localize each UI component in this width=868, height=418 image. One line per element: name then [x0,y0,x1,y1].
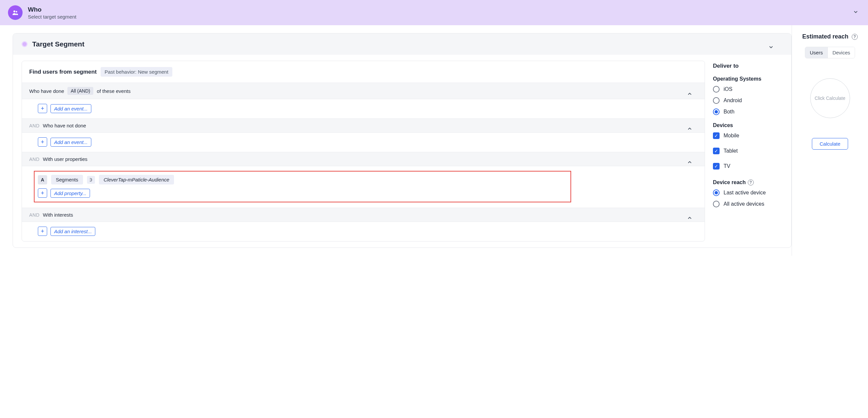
target-segment-card: Target Segment Find users from segment P… [12,33,792,248]
have-done-prefix: Who have done [29,88,64,94]
radio-checked-icon [713,189,719,196]
interests-label: With interests [43,212,73,218]
help-icon[interactable]: ? [748,179,754,185]
add-property-plus-button[interactable]: + [38,188,47,198]
os-option-ios[interactable]: iOS [713,86,783,93]
header-subtitle: Select target segment [28,14,76,20]
add-event-plus-button[interactable]: + [38,137,47,147]
reach-circle-placeholder: Click Calculate [810,78,850,118]
not-done-label: Who have not done [43,123,86,128]
and-label: AND [29,156,39,162]
os-option-label: Both [723,109,735,115]
checkbox-checked-icon: ✓ [713,148,719,154]
property-value-chip[interactable]: CleverTap-mPaticle-Audience [99,175,174,184]
radio-icon [713,97,719,104]
add-event-button[interactable]: Add an event... [51,138,91,147]
device-option-tv[interactable]: ✓ TV [713,163,783,170]
and-label: AND [29,123,39,128]
os-option-label: iOS [723,86,733,92]
os-option-both[interactable]: Both [713,108,783,115]
target-dot-icon [22,41,28,47]
have-done-operator[interactable]: All (AND) [67,87,93,95]
os-option-label: Android [723,98,742,104]
chevron-down-icon[interactable] [853,9,859,16]
segment-badge[interactable]: Past behavior: New segment [101,67,172,77]
radio-checked-icon [713,108,719,115]
have-done-suffix: of these events [97,88,130,94]
add-property-button[interactable]: Add property... [51,189,90,198]
segment-builder: Find users from segment Past behavior: N… [22,61,705,242]
device-option-mobile[interactable]: ✓ Mobile [713,132,783,139]
target-segment-header[interactable]: Target Segment [13,34,791,55]
who-header[interactable]: Who Select target segment [0,0,868,25]
radio-icon [713,201,719,207]
find-users-row: Find users from segment Past behavior: N… [22,61,705,82]
device-reach-title-row: Device reach ? [713,179,783,185]
condition-user-properties-header[interactable]: AND With user properties [22,152,705,166]
calculate-button[interactable]: Calculate [812,138,848,150]
help-icon[interactable]: ? [852,34,858,40]
device-option-label: Mobile [723,133,739,139]
add-interest-plus-button[interactable]: + [38,227,47,236]
add-interest-button[interactable]: Add an interest... [51,227,95,236]
reach-option-label: Last active device [723,190,766,196]
user-property-highlight: A Segments ∋ CleverTap-mPaticle-Audience… [34,171,571,202]
property-name-chip[interactable]: Segments [51,175,83,184]
estimated-reach-title: Estimated reach [802,33,848,40]
people-icon [8,5,23,20]
os-option-android[interactable]: Android [713,97,783,104]
svg-point-0 [13,10,15,12]
checkbox-checked-icon: ✓ [713,163,719,170]
reach-option-all-active[interactable]: All active devices [713,201,783,207]
reach-option-label: All active devices [723,201,765,207]
device-option-label: Tablet [723,148,738,154]
property-letter-chip: A [38,175,47,184]
add-event-button[interactable]: Add an event... [51,104,91,113]
reach-option-last-active[interactable]: Last active device [713,189,783,196]
device-option-tablet[interactable]: ✓ Tablet [713,148,783,154]
deliver-to-panel: Deliver to Operating Systems iOS Android… [705,55,791,247]
reach-toggle-group: Users Devices [805,47,856,58]
estimated-reach-sidebar: Estimated reach ? Users Devices Click Ca… [792,25,868,256]
svg-point-1 [16,11,17,12]
condition-interests-header[interactable]: AND With interests [22,208,705,222]
target-segment-title: Target Segment [32,40,84,48]
header-title: Who [28,6,76,13]
condition-have-done-header[interactable]: Who have done All (AND) of these events [22,82,705,99]
radio-icon [713,86,719,93]
deliver-to-title: Deliver to [713,63,783,69]
add-event-plus-button[interactable]: + [38,104,47,113]
device-reach-title: Device reach [713,179,746,185]
checkbox-checked-icon: ✓ [713,132,719,139]
reach-tab-users[interactable]: Users [805,47,828,58]
device-option-label: TV [723,163,730,169]
user-property-row: A Segments ∋ CleverTap-mPaticle-Audience [38,175,567,184]
condition-not-done-header[interactable]: AND Who have not done [22,118,705,133]
devices-section-title: Devices [713,123,783,128]
find-users-label: Find users from segment [29,69,97,75]
property-operator-chip[interactable]: ∋ [87,176,95,184]
reach-tab-devices[interactable]: Devices [828,47,855,58]
os-section-title: Operating Systems [713,76,783,82]
user-properties-label: With user properties [43,156,87,162]
and-label: AND [29,212,39,218]
